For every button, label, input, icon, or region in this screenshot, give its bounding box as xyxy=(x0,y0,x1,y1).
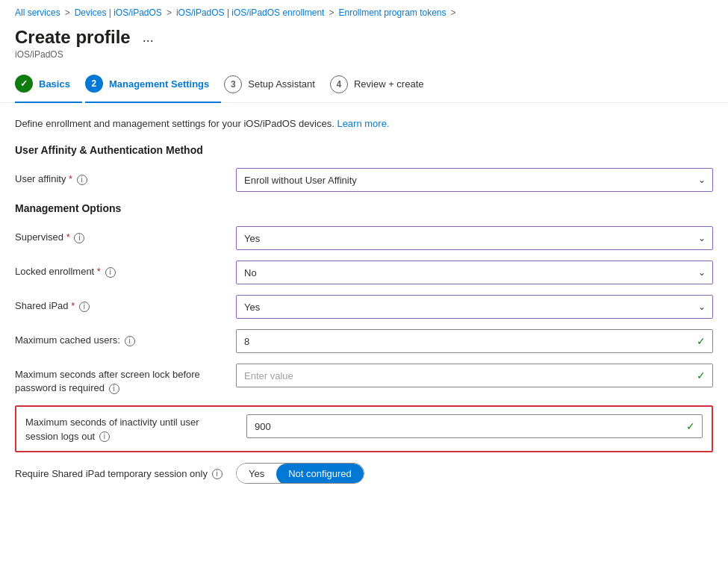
step-review-circle: 4 xyxy=(330,75,348,93)
step-basics[interactable]: ✓ Basics xyxy=(15,75,82,103)
require-shared-ipad-temp-toggle: Yes Not configured xyxy=(236,463,364,484)
locked-enrollment-control: No Yes ⌄ xyxy=(236,261,713,284)
max-cached-users-input[interactable] xyxy=(236,329,713,353)
toggle-not-configured-button[interactable]: Not configured xyxy=(276,464,364,484)
description-text: Define enrollment and management setting… xyxy=(15,118,335,129)
locked-enrollment-select[interactable]: No Yes xyxy=(236,261,713,284)
user-affinity-row: User affinity * i Enroll without User Af… xyxy=(15,168,713,192)
max-seconds-screen-lock-check-icon: ✓ xyxy=(697,370,706,381)
max-seconds-screen-lock-info-icon[interactable]: i xyxy=(109,384,119,394)
max-cached-users-row: Maximum cached users: i ✓ xyxy=(15,329,713,353)
max-cached-users-info-icon[interactable]: i xyxy=(125,336,135,346)
locked-enrollment-label: Locked enrollment * i xyxy=(15,261,224,278)
section2: Management Options Supervised * i Yes No… xyxy=(15,202,713,484)
step-management-circle: 2 xyxy=(85,75,103,93)
section1-heading: User Affinity & Authentication Method xyxy=(15,144,713,156)
supervised-label: Supervised * i xyxy=(15,226,224,244)
max-seconds-inactivity-input-wrapper: ✓ xyxy=(246,414,703,438)
shared-ipad-select[interactable]: Yes No xyxy=(236,295,713,319)
user-affinity-required: * xyxy=(69,173,72,184)
user-affinity-control: Enroll without User Affinity Enroll with… xyxy=(236,168,713,192)
max-seconds-inactivity-row: Maximum seconds of inactivity until user… xyxy=(15,405,713,452)
require-shared-ipad-temp-control: Yes Not configured xyxy=(236,463,713,484)
user-affinity-info-icon[interactable]: i xyxy=(77,175,87,185)
step-basics-circle: ✓ xyxy=(15,75,33,93)
max-cached-users-label: Maximum cached users: i xyxy=(15,329,224,347)
max-cached-users-control: ✓ xyxy=(236,329,713,353)
breadcrumb-sep-2: > xyxy=(167,7,172,18)
supervised-select[interactable]: Yes No xyxy=(236,226,713,250)
shared-ipad-row: Shared iPad * i Yes No ⌄ xyxy=(15,295,713,319)
breadcrumb-ios-enrollment[interactable]: iOS/iPadOS | iOS/iPadOS enrollment xyxy=(176,7,325,18)
max-seconds-inactivity-check-icon: ✓ xyxy=(686,420,695,432)
section2-heading: Management Options xyxy=(15,202,713,214)
shared-ipad-control: Yes No ⌄ xyxy=(236,295,713,319)
breadcrumb: All services > Devices | iOS/iPadOS > iO… xyxy=(0,0,728,22)
wizard-steps: ✓ Basics 2 Management Settings 3 Setup A… xyxy=(0,63,728,103)
max-cached-users-check-icon: ✓ xyxy=(697,335,706,347)
breadcrumb-sep-1: > xyxy=(65,7,70,18)
user-affinity-label: User affinity * i xyxy=(15,168,224,186)
max-seconds-screen-lock-label: Maximum seconds after screen lock before… xyxy=(15,364,224,395)
step-setup-label: Setup Assistant xyxy=(248,78,315,90)
page-title: Create profile xyxy=(15,27,131,48)
require-shared-ipad-temp-label: Require Shared iPad temporary session on… xyxy=(15,463,224,481)
step-setup-assistant[interactable]: 3 Setup Assistant xyxy=(224,75,327,102)
shared-ipad-select-wrapper: Yes No ⌄ xyxy=(236,295,713,319)
max-seconds-screen-lock-input[interactable] xyxy=(236,364,713,387)
toggle-yes-button[interactable]: Yes xyxy=(237,464,276,484)
step-basics-label: Basics xyxy=(39,78,70,90)
page-header: Create profile ... iOS/iPadOS xyxy=(0,22,728,63)
breadcrumb-enrollment-tokens[interactable]: Enrollment program tokens xyxy=(338,7,446,18)
max-seconds-inactivity-info-icon[interactable]: i xyxy=(99,431,110,442)
require-shared-ipad-temp-row: Require Shared iPad temporary session on… xyxy=(15,463,713,484)
supervised-info-icon[interactable]: i xyxy=(74,233,84,243)
max-seconds-screen-lock-row: Maximum seconds after screen lock before… xyxy=(15,364,713,395)
ellipsis-button[interactable]: ... xyxy=(138,28,158,47)
breadcrumb-sep-4: > xyxy=(451,7,456,18)
step-management-settings[interactable]: 2 Management Settings xyxy=(85,75,221,103)
breadcrumb-all-services[interactable]: All services xyxy=(15,7,60,18)
locked-enrollment-row: Locked enrollment * i No Yes ⌄ xyxy=(15,261,713,284)
supervised-row: Supervised * i Yes No ⌄ xyxy=(15,226,713,250)
shared-ipad-info-icon[interactable]: i xyxy=(79,302,90,312)
supervised-select-wrapper: Yes No ⌄ xyxy=(236,226,713,250)
max-cached-users-input-wrapper: ✓ xyxy=(236,329,713,353)
step-setup-circle: 3 xyxy=(224,75,242,93)
shared-ipad-label: Shared iPad * i xyxy=(15,295,224,313)
section-description: Define enrollment and management setting… xyxy=(15,118,713,129)
user-affinity-select-wrapper: Enroll without User Affinity Enroll with… xyxy=(236,168,713,192)
breadcrumb-sep-3: > xyxy=(329,7,334,18)
locked-enrollment-info-icon[interactable]: i xyxy=(105,267,116,278)
page-subtitle: iOS/iPadOS xyxy=(15,49,713,60)
learn-more-link[interactable]: Learn more. xyxy=(337,118,389,129)
max-seconds-inactivity-input[interactable] xyxy=(246,414,703,438)
content-area: Define enrollment and management setting… xyxy=(0,103,728,509)
require-shared-ipad-temp-info-icon[interactable]: i xyxy=(212,469,223,479)
max-seconds-inactivity-control: ✓ xyxy=(246,414,703,438)
supervised-control: Yes No ⌄ xyxy=(236,226,713,250)
step-review-create[interactable]: 4 Review + create xyxy=(330,75,436,102)
locked-enrollment-select-wrapper: No Yes ⌄ xyxy=(236,261,713,284)
step-management-label: Management Settings xyxy=(109,78,209,90)
max-seconds-screen-lock-control: ✓ xyxy=(236,364,713,387)
max-seconds-screen-lock-input-wrapper: ✓ xyxy=(236,364,713,387)
breadcrumb-devices-ios[interactable]: Devices | iOS/iPadOS xyxy=(75,7,162,18)
max-seconds-inactivity-label: Maximum seconds of inactivity until user… xyxy=(25,414,234,443)
step-review-label: Review + create xyxy=(354,78,424,90)
user-affinity-select[interactable]: Enroll without User Affinity Enroll with… xyxy=(236,168,713,192)
